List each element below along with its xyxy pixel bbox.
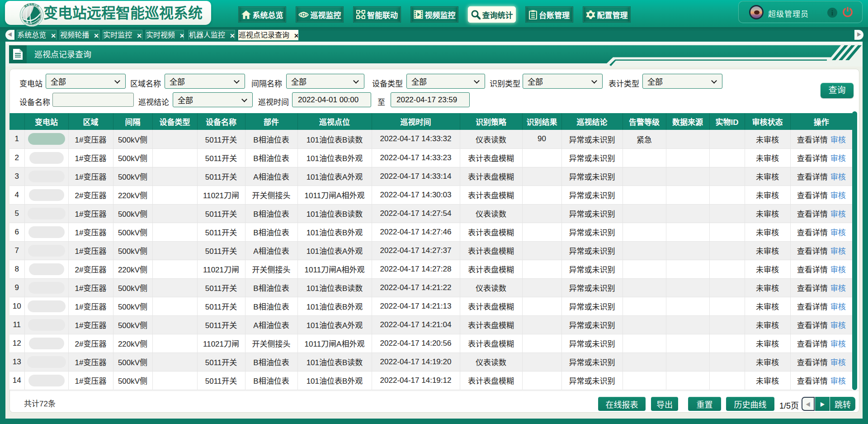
svg-text:i: i [831, 9, 834, 17]
svg-text:巡视点记录查询: 巡视点记录查询 [34, 50, 91, 59]
